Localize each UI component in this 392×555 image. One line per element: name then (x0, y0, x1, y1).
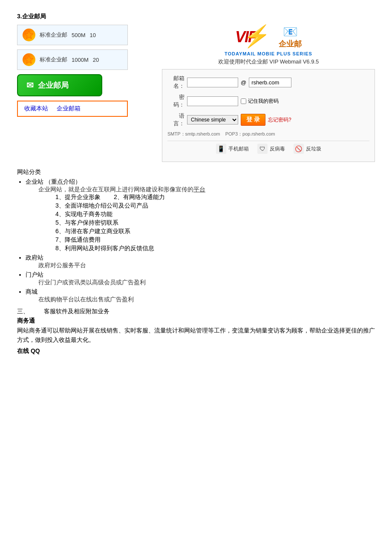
password-row: 密 码： 记住我的密码 (167, 93, 369, 109)
shangwu-title: 商务通 (17, 317, 375, 325)
portal-site-label: 门户站 (26, 271, 43, 278)
login-button[interactable]: 登 录 (241, 114, 265, 126)
shop-desc: 在线购物平台以在线出售或广告盈利 (38, 296, 375, 304)
shangwu-desc: 网站商务通可以帮助网站开展在线销售、实时客服、流量统计和网站管理等工作，变流量为… (17, 326, 375, 345)
smtp-text: SMTP：smtp.rsherb.com (167, 131, 220, 136)
enterprise-site-label: 企业站 （重点介绍） (26, 178, 81, 185)
plan2-label: 标准企业邮 (40, 56, 67, 64)
enterprise-mail-button[interactable]: ✉ 企业邮局 (17, 74, 102, 96)
list-item-enterprise: 企业站 （重点介绍） 企业网站，就是企业在互联网上进行网络建设和形像宣传的平台 … (26, 178, 375, 252)
mobile-label: 手机邮箱 (228, 145, 249, 153)
left-panel: 标准企业邮 500M 10 标准企业邮 1000M 20 ✉ 企业邮局 收藏本站… (17, 25, 153, 162)
feature-icons-row: 📱 手机邮箱 🛡 反病毒 🚫 反垃圾 (167, 141, 369, 156)
section-three-title: 客服软件及相应附加业务 (44, 308, 110, 315)
forgot-password-link[interactable]: 忘记密码? (268, 116, 291, 124)
password-label: 密 码： (167, 93, 184, 109)
vip-logo-area: ⚡ VIP 📧 企业邮 (162, 25, 375, 49)
remember-row: 记住我的密码 (241, 98, 279, 105)
todaymail-series: TODAYMAIL MOBIE PLUS SERIES (162, 51, 375, 56)
plan1-count: 10 (90, 32, 96, 38)
enterprise-numbered-5: 5、与客户保持密切联系 (55, 219, 375, 227)
antivirus-label: 反病毒 (270, 145, 285, 153)
list-item-portal: 门户站 行业门户或资讯类以高级会员或广告盈利 (26, 271, 375, 286)
plan1-label: 标准企业邮 (40, 31, 67, 39)
antispam-feature: 🚫 反垃圾 (294, 144, 321, 154)
antispam-icon: 🚫 (294, 144, 304, 154)
vip-envelope-icon: 📧 (279, 25, 302, 39)
section-three-number: 三、 (17, 308, 29, 315)
email-plan-2: 标准企业邮 1000M 20 (17, 49, 128, 70)
remember-checkbox[interactable] (241, 98, 246, 104)
enterprise-mailbox-link[interactable]: 企业邮箱 (57, 105, 81, 113)
plan1-icon (23, 29, 35, 41)
password-input[interactable] (187, 96, 238, 106)
government-site-desc: 政府对公服务平台 (38, 262, 375, 269)
plan2-count: 20 (93, 57, 99, 63)
antivirus-icon: 🛡 (257, 144, 268, 154)
mobile-icon: 📱 (216, 144, 226, 154)
portal-site-desc: 行业门户或资讯类以高级会员或广告盈利 (38, 279, 375, 286)
mobile-mail-feature: 📱 手机邮箱 (216, 144, 249, 154)
section-three: 三、 客服软件及相应附加业务 (17, 308, 375, 315)
email-row: 邮箱名： @ (167, 75, 369, 90)
enterprise-mail-label: 企业邮 (279, 40, 302, 48)
list-item-shop: 商城 在线购物平台以在线出售或广告盈利 (26, 288, 375, 304)
plan1-storage: 500M (72, 32, 86, 38)
language-label: 语 言： (167, 112, 184, 127)
domain-input[interactable] (249, 78, 291, 87)
website-classification-title: 网站分类 (17, 168, 375, 176)
online-qq: 在线 QQ (17, 347, 375, 355)
email-input[interactable] (187, 78, 238, 87)
enterprise-numbered-6: 6、与潜在客户建立商业联系 (55, 228, 375, 235)
antispam-label: 反垃圾 (306, 145, 321, 153)
shop-label: 商城 (26, 288, 37, 295)
enterprise-numbered-1: 1、提升企业形象 2、有网络沟通能力 (55, 194, 375, 201)
antivirus-feature: 🛡 反病毒 (257, 144, 285, 154)
bookmark-site-link[interactable]: 收藏本站 (24, 105, 48, 113)
plan2-storage: 1000M (72, 57, 89, 63)
enterprise-numbered-8: 8、利用网站及时得到客户的反馈信息 (55, 245, 375, 252)
remember-label: 记住我的密码 (248, 98, 279, 105)
list-item-government: 政府站 政府对公服务平台 (26, 254, 375, 269)
pop3-text: POP3：pop.rsherb.com (225, 131, 275, 136)
language-select[interactable]: Chinese simple English Traditional Chine… (187, 115, 238, 124)
enterprise-site-desc: 企业网站，就是企业在互联网上进行网络建设和形像宣传的平台 (38, 186, 375, 194)
envelope-icon: ✉ (26, 80, 34, 90)
svg-marker-1 (25, 55, 33, 64)
svg-marker-0 (25, 31, 33, 39)
website-section: 网站分类 企业站 （重点介绍） 企业网站，就是企业在互联网上进行网络建设和形像宣… (17, 168, 375, 355)
at-symbol: @ (241, 79, 246, 86)
enterprise-btn-label: 企业邮局 (38, 80, 69, 90)
email-plan-1: 标准企业邮 500M 10 (17, 25, 128, 45)
section3-title: 3.企业邮局 (17, 13, 375, 20)
right-panel: ⚡ VIP 📧 企业邮 TODAYMAIL MOBIE PLUS SERIES … (162, 25, 375, 162)
plan2-icon (23, 53, 35, 66)
login-form: 邮箱名： @ 密 码： 记住我的密码 语 言： Chinese simple (162, 69, 375, 162)
language-row: 语 言： Chinese simple English Traditional … (167, 112, 369, 127)
welcome-text: 欢迎使用时代企业邮 VIP Webmail V6.9.5 (162, 58, 375, 66)
smtp-pop3-info: SMTP：smtp.rsherb.com POP3：pop.rsherb.com (167, 131, 369, 137)
bookmark-bar: 收藏本站 企业邮箱 (17, 101, 128, 117)
vip-header: ⚡ VIP 📧 企业邮 TODAYMAIL MOBIE PLUS SERIES … (162, 25, 375, 66)
enterprise-numbered-3: 3、全面详细地介绍公司及公司产品 (55, 202, 375, 210)
website-bullet-list: 企业站 （重点介绍） 企业网站，就是企业在互联网上进行网络建设和形像宣传的平台 … (26, 178, 375, 304)
email-label: 邮箱名： (167, 75, 184, 90)
government-site-label: 政府站 (26, 254, 43, 261)
enterprise-numbered-7: 7、降低通信费用 (55, 236, 375, 244)
enterprise-numbered-4: 4、实现电子商务功能 (55, 211, 375, 218)
